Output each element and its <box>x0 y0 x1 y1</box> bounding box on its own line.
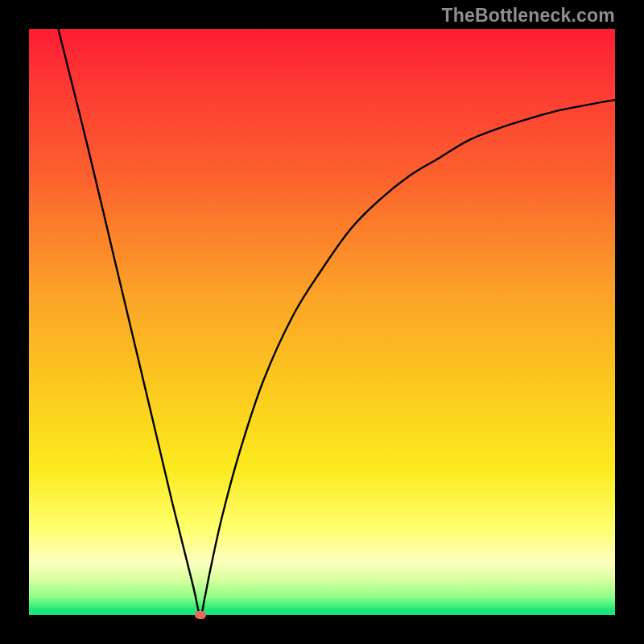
bottleneck-curve <box>29 29 615 615</box>
chart-frame: TheBottleneck.com <box>0 0 644 644</box>
watermark-text: TheBottleneck.com <box>441 5 615 27</box>
plot-area <box>29 29 615 615</box>
selected-point-marker <box>195 611 206 619</box>
